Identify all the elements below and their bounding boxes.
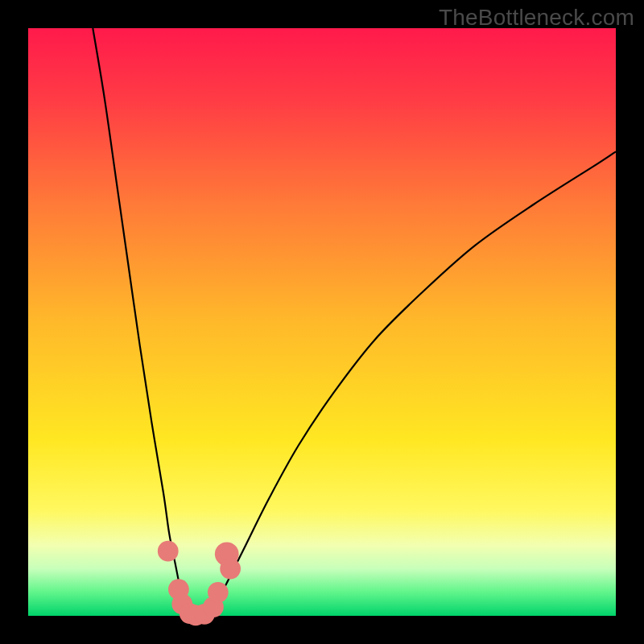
series-left-branch bbox=[93, 28, 187, 613]
data-marker bbox=[208, 582, 229, 603]
data-marker bbox=[158, 541, 179, 562]
watermark-text: TheBottleneck.com bbox=[439, 5, 634, 31]
data-marker bbox=[220, 559, 241, 580]
outer-frame: TheBottleneck.com bbox=[0, 0, 644, 644]
curve-layer bbox=[28, 28, 616, 616]
series-right-branch bbox=[210, 151, 616, 613]
plot-area bbox=[28, 28, 616, 616]
